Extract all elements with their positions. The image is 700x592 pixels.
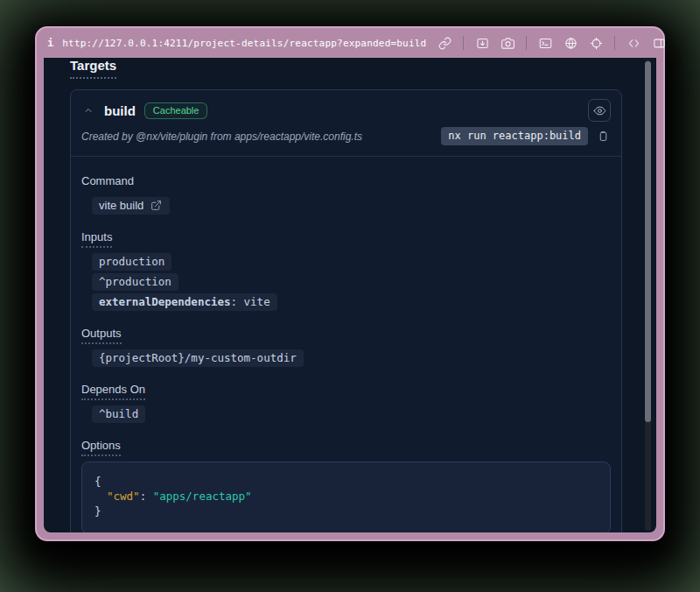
build-card-meta: Created by @nx/vite/plugin from apps/rea… (71, 123, 621, 157)
toolbar-actions (435, 33, 668, 53)
toolbar-divider (614, 36, 615, 50)
globe-icon[interactable] (561, 33, 580, 53)
json-line: { (94, 474, 598, 489)
toolbar-divider (463, 36, 464, 50)
vertical-scrollbar[interactable] (645, 60, 651, 531)
depends-on-item: ^build (92, 405, 611, 423)
options-json-block: { "cwd": "apps/reactapp" } (81, 462, 611, 532)
crosshair-icon[interactable] (586, 33, 606, 53)
outputs-label: Outputs (81, 325, 611, 341)
inputs-label: Inputs (81, 229, 611, 244)
import-box-icon[interactable] (472, 33, 492, 53)
copy-icon[interactable] (595, 129, 611, 144)
json-value: "apps/reactapp" (153, 490, 252, 503)
eye-icon[interactable] (588, 99, 611, 122)
target-name: build (104, 103, 136, 118)
build-card-body: Command vite build Inputs production (71, 157, 621, 532)
json-line: "cwd": "apps/reactapp" (94, 489, 598, 504)
cacheable-badge: Cacheable (144, 102, 208, 119)
split-panel-icon[interactable] (649, 33, 668, 53)
target-card-build: build Cacheable Created by @nx/vite/plug… (70, 89, 622, 532)
input-item: ^production (92, 273, 611, 291)
terminal-icon[interactable] (536, 33, 555, 53)
command-label: Command (81, 173, 611, 188)
command-value-line: vite build (92, 197, 611, 215)
run-command-chip: nx run reactapp:build (441, 127, 588, 145)
code-brackets-icon[interactable] (624, 33, 643, 53)
page-content: Targets build Cacheable Created by @nx/v… (44, 58, 656, 532)
scrollbar-thumb[interactable] (645, 61, 651, 422)
external-link-icon[interactable] (150, 199, 163, 212)
command-value: vite build (99, 199, 144, 212)
input-item: production (92, 253, 611, 271)
browser-window: i http://127.0.0.1:4211/project-details/… (35, 26, 665, 541)
info-glyph: i (47, 37, 53, 49)
options-label: Options (81, 437, 611, 453)
build-card-header: build Cacheable (71, 90, 621, 123)
toolbar-divider (526, 36, 527, 50)
chevron-up-icon[interactable] (81, 103, 95, 117)
input-item: externalDependencies: vite (92, 293, 611, 311)
output-item: {projectRoot}/my-custom-outdir (92, 349, 611, 367)
created-by-text: Created by @nx/vite/plugin from apps/rea… (81, 130, 434, 143)
json-line: } (94, 504, 598, 518)
url-text: http://127.0.0.1:4211/project-details/re… (62, 38, 426, 49)
input-dep-key: externalDependencies (99, 295, 231, 308)
depends-on-label: Depends On (81, 381, 611, 397)
browser-toolbar: i http://127.0.0.1:4211/project-details/… (37, 28, 663, 58)
page-title: Targets (70, 58, 116, 79)
input-dep-value: : vite (231, 295, 270, 308)
camera-icon[interactable] (498, 33, 517, 53)
json-key: "cwd" (107, 490, 140, 503)
link-icon[interactable] (435, 33, 454, 53)
